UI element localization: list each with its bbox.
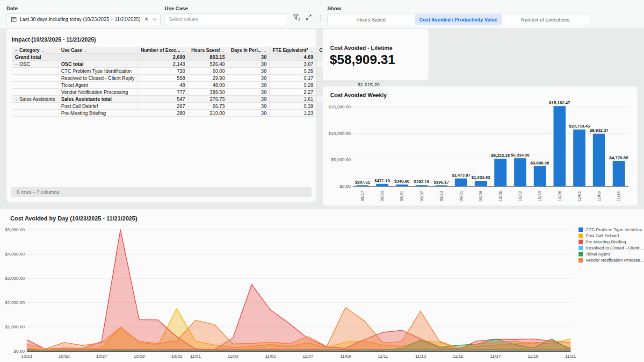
svg-text:$5,314.36: $5,314.36 (511, 153, 529, 157)
svg-text:$1,473.87: $1,473.87 (452, 173, 470, 177)
area-series-pre-meeting-briefing[interactable] (27, 230, 571, 351)
value-cell: 30 (228, 68, 269, 75)
weekly-bar-10-19[interactable] (534, 166, 546, 186)
weekly-bar-09-21[interactable] (455, 178, 467, 186)
legend-label: Resolved to Closed - Client ... (586, 245, 644, 250)
date-filter-input[interactable]: Last 30 days including today (10/23/2025… (7, 13, 161, 25)
use-case-filter-field[interactable] (165, 13, 287, 25)
use-case-cell: OSC total (58, 61, 137, 68)
value-cell: 60.00 (188, 68, 228, 75)
weekly-bar-11-02[interactable] (573, 129, 586, 186)
value-cell: 29.90 (188, 75, 228, 82)
use-case-filter-label: Use Case (165, 6, 188, 11)
weekly-bar-08-24[interactable] (376, 184, 388, 186)
svg-text:10/12: 10/12 (518, 191, 522, 201)
svg-text:08/24: 08/24 (380, 191, 384, 201)
use-case-cell: Post Call Debrief (58, 103, 137, 110)
collapse-group-icon[interactable]: − (15, 97, 17, 102)
value-cell: 777 (137, 89, 188, 96)
column-header-category[interactable]: −Category⌄ (12, 47, 58, 54)
collapse-group-icon[interactable]: − (15, 62, 17, 67)
sort-chevron-icon[interactable]: ⌄ (182, 49, 185, 53)
collapse-all-icon[interactable]: − (15, 48, 17, 53)
svg-text:$1,000.00: $1,000.00 (5, 324, 25, 329)
weekly-bar-09-28[interactable] (475, 181, 487, 186)
show-option-number-of-executions[interactable]: Number of Executions (502, 14, 589, 25)
expand-icon[interactable] (306, 14, 311, 20)
value-cell: 267 (137, 103, 188, 110)
svg-text:$232.19: $232.19 (414, 179, 429, 184)
daily-chart-title: Cost Avoided by Day (10/23/2025 - 11/21/… (10, 215, 137, 222)
weekly-bar-10-26[interactable] (554, 106, 566, 186)
value-cell: 2,690 (137, 54, 188, 61)
use-case-input[interactable] (169, 16, 283, 22)
svg-text:11/07: 11/07 (303, 354, 313, 359)
filters-icon[interactable]: 2 (293, 14, 300, 20)
svg-text:$5,222.18: $5,222.18 (491, 153, 510, 158)
legend-item-pre-meeting-briefing[interactable]: Pre-Meeting Briefing (579, 239, 644, 244)
dashboard-actions: 2 ⋮ (293, 14, 323, 20)
value-cell: 210.00 (188, 110, 228, 117)
impact-table-card: Impact (10/23/2025 - 11/21/2025) −Catego… (7, 29, 316, 202)
weekly-bar-10-05[interactable] (494, 159, 507, 186)
value-cell: 280 (137, 110, 188, 117)
svg-text:$2,000.00: $2,000.00 (5, 300, 25, 305)
legend-swatch (579, 246, 583, 250)
svg-text:$195.17: $195.17 (434, 180, 449, 185)
show-toggle-group: Hours SavedCost Avoided / Productivity V… (327, 14, 589, 25)
weekly-bar-09-07[interactable] (416, 185, 428, 186)
show-option-cost-avoided-productivity-value[interactable]: Cost Avoided / Productivity Value (415, 14, 502, 25)
show-option-hours-saved[interactable]: Hours Saved (328, 14, 415, 25)
legend-label: Post Call Debrief (586, 233, 619, 238)
value-cell: 547 (137, 96, 188, 103)
weekly-bar-09-14[interactable] (435, 185, 448, 186)
svg-text:$0.00: $0.00 (340, 184, 351, 189)
value-cell: 30 (228, 110, 269, 117)
weekly-bar-11-16[interactable] (613, 161, 625, 186)
value-cell: 30 (228, 103, 269, 110)
legend-item-vendor-notification-processing[interactable]: Vendor Notification Process... (579, 257, 644, 263)
legend-item-post-call-debrief[interactable]: Post Call Debrief (579, 233, 644, 238)
column-header-fte-equivalent-[interactable]: FTE Equivalent*⌄ (270, 47, 317, 54)
table-footer: 6 rows – 7 columns (11, 187, 311, 197)
column-header-number-of-exec-[interactable]: Number of Exec...⌄ (137, 47, 188, 54)
weekly-bar-08-31[interactable] (396, 185, 408, 186)
svg-text:$3,000.00: $3,000.00 (5, 276, 25, 281)
sort-chevron-icon[interactable]: ⌄ (222, 49, 225, 53)
more-options-icon[interactable]: ⋮ (317, 14, 323, 20)
column-header-use-case[interactable]: Use Case⌄ (58, 47, 137, 54)
sort-chevron-icon[interactable]: ⌄ (310, 49, 313, 53)
svg-text:11/01: 11/01 (190, 354, 201, 359)
svg-text:$0.00: $0.00 (14, 348, 25, 354)
svg-text:$4,779.85: $4,779.85 (609, 156, 628, 160)
value-cell: 30 (228, 54, 269, 61)
value-cell: 30 (228, 82, 269, 89)
legend-swatch (579, 234, 583, 238)
chevron-down-icon[interactable] (152, 17, 157, 21)
value-cell: 48 (137, 82, 188, 89)
sort-chevron-icon[interactable]: ⌄ (42, 49, 45, 53)
sort-chevron-icon[interactable]: ⌄ (263, 49, 267, 53)
weekly-bar-11-09[interactable] (593, 134, 605, 186)
category-cell (12, 68, 58, 75)
legend-swatch (579, 227, 583, 232)
column-header-hours-saved[interactable]: Hours Saved⌄ (188, 47, 228, 54)
use-case-cell: Resolved to Closed - Client Reply (58, 75, 137, 82)
legend-item-ctc-problem-type-identification[interactable]: CTC Problem Type Identifica... (579, 227, 644, 232)
value-cell: 2,143 (137, 61, 188, 68)
value-cell: 0.39 (270, 103, 317, 110)
category-cell: −Sales Assistants (12, 96, 58, 103)
use-case-cell (58, 54, 137, 61)
sort-chevron-icon[interactable]: ⌄ (84, 49, 87, 53)
clear-date-icon[interactable]: ✕ (143, 16, 150, 22)
legend-swatch (579, 258, 583, 263)
weekly-bar-10-12[interactable] (514, 158, 526, 186)
weekly-bar-08-17[interactable] (356, 185, 369, 186)
legend-item-resolved-to-closed-client-reply[interactable]: Resolved to Closed - Client ... (579, 245, 644, 250)
category-cell (12, 110, 58, 117)
legend-item-ticket-agent[interactable]: Ticket Agent (579, 251, 644, 256)
svg-text:08/17: 08/17 (360, 191, 365, 201)
svg-text:11/21: 11/21 (565, 354, 576, 359)
column-header-days-in-peri-[interactable]: Days In Peri...⌄ (228, 47, 269, 54)
category-cell (12, 89, 58, 96)
